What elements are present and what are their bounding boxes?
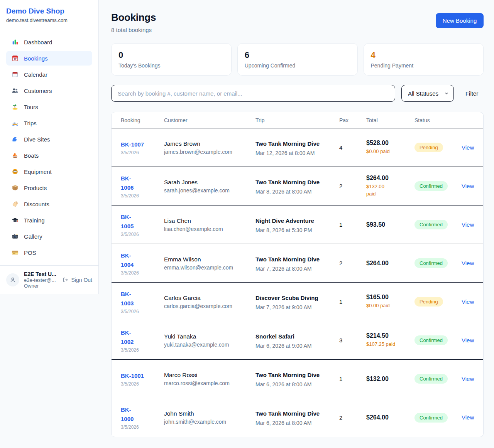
trip-name: Two Tank Morning Dive: [255, 139, 322, 148]
pax-count: 2: [339, 260, 366, 266]
pax-count: 1: [339, 376, 366, 382]
view-link[interactable]: View: [462, 221, 474, 228]
sidebar-item-label: Gallery: [24, 233, 42, 240]
sailboat-icon: [12, 152, 19, 159]
trip-datetime: Mar 12, 2026 at 8:00 AM: [255, 150, 339, 156]
customer-name: Marco Rossi: [164, 372, 255, 379]
trip-datetime: Mar 6, 2026 at 9:00 AM: [255, 343, 339, 349]
sidebar-item-label: Tours: [24, 104, 38, 110]
sidebar-item-equipment[interactable]: Equipment: [6, 164, 92, 179]
sidebar-item-label: Equipment: [24, 168, 52, 175]
dive-mask-icon: [12, 168, 19, 175]
search-input[interactable]: [111, 85, 395, 102]
status-badge: Pending: [414, 297, 443, 307]
booking-date: 3/5/2026: [121, 347, 164, 353]
customer-email: emma.wilson@example.com: [164, 264, 255, 271]
filter-button[interactable]: Filter: [460, 87, 484, 100]
column-header-booking: Booking: [121, 117, 164, 123]
sidebar-item-discounts[interactable]: Discounts: [6, 197, 92, 211]
booking-date: 3/5/2026: [121, 193, 164, 199]
calendar-pad-icon: [12, 71, 19, 78]
booking-id-link[interactable]: BK- 1005: [121, 214, 134, 229]
table-row: BK- 1003 3/5/2026 Carlos Garcia carlos.g…: [112, 283, 483, 321]
trip-name: Snorkel Safari: [255, 332, 322, 341]
table-row: BK- 1002 3/5/2026 Yuki Tanaka yuki.tanak…: [112, 321, 483, 360]
booking-id-link[interactable]: BK- 1004: [121, 252, 134, 268]
brand-name[interactable]: Demo Dive Shop: [6, 7, 92, 15]
stat-label: Upcoming Confirmed: [245, 62, 350, 69]
page-subtitle: 8 total bookings: [111, 27, 156, 33]
view-link[interactable]: View: [462, 414, 474, 421]
sidebar-item-label: Trips: [24, 120, 37, 126]
sidebar-item-dashboard[interactable]: Dashboard: [6, 35, 92, 49]
paid-amount: $0.00 paid: [366, 148, 414, 155]
view-link[interactable]: View: [462, 376, 474, 382]
view-link[interactable]: View: [462, 144, 474, 151]
total-amount: $528.00: [366, 140, 414, 147]
total-amount: $264.00: [366, 175, 414, 182]
table-row: BK- 1005 3/5/2026 Lisa Chen lisa.chen@ex…: [112, 205, 483, 244]
view-link[interactable]: View: [462, 183, 474, 189]
sidebar-item-label: POS: [24, 249, 36, 256]
person-icon: [9, 276, 16, 283]
booking-id-link[interactable]: BK- 1002: [121, 329, 134, 345]
paid-amount: $107.25 paid: [366, 341, 414, 348]
sidebar-item-tours[interactable]: Tours: [6, 99, 92, 114]
column-header-total: Total: [366, 117, 414, 123]
view-link[interactable]: View: [462, 298, 474, 305]
users-icon: [12, 87, 19, 94]
user-info: E2E Test U... e2e-tester@... Owner: [24, 271, 58, 289]
status-filter-select[interactable]: All Statuses: [401, 85, 454, 102]
customer-name: Emma Wilson: [164, 256, 255, 263]
column-header-pax: Pax: [339, 117, 366, 123]
tag-icon: [12, 200, 19, 207]
sidebar-item-dive-sites[interactable]: Dive Sites: [6, 132, 92, 147]
stat-value: 0: [118, 50, 224, 60]
stat-label: Pending Payment: [371, 62, 477, 69]
booking-id-link[interactable]: BK- 1000: [121, 406, 134, 422]
booking-id-link[interactable]: BK-1001: [121, 372, 144, 379]
paid-amount: $0.00 paid: [366, 302, 414, 310]
view-link[interactable]: View: [462, 337, 474, 344]
sidebar-item-customers[interactable]: Customers: [6, 83, 92, 98]
sidebar-user-section: E2E Test U... e2e-tester@... Owner Sign …: [0, 265, 98, 294]
credit-card-icon: [12, 249, 19, 256]
table-body: BK-1007 3/5/2026 James Brown james.brown…: [112, 128, 483, 437]
sidebar-item-calendar[interactable]: Calendar: [6, 67, 92, 82]
trip-datetime: Mar 6, 2026 at 8:00 AM: [255, 381, 339, 387]
table-row: BK- 1004 3/5/2026 Emma Wilson emma.wilso…: [112, 244, 483, 283]
column-header-status: Status: [414, 117, 462, 123]
sign-out-button[interactable]: Sign Out: [63, 277, 92, 283]
pax-count: 1: [339, 298, 366, 305]
sidebar-item-pos[interactable]: POS: [6, 245, 92, 260]
user-email: e2e-tester@...: [24, 277, 58, 283]
new-booking-button[interactable]: New Booking: [436, 13, 484, 28]
customer-email: james.brown@example.com: [164, 149, 255, 155]
sidebar-item-label: Dashboard: [24, 39, 52, 45]
sidebar-item-boats[interactable]: Boats: [6, 148, 92, 163]
trip-name: Two Tank Morning Dive: [255, 255, 322, 264]
customer-email: carlos.garcia@example.com: [164, 303, 255, 309]
status-badge: Confirmed: [414, 258, 448, 268]
booking-date: 3/5/2026: [121, 232, 164, 237]
sidebar-item-label: Products: [24, 185, 47, 191]
sidebar-item-products[interactable]: Products: [6, 180, 92, 195]
booking-id-link[interactable]: BK- 1006: [121, 175, 134, 191]
sidebar-item-bookings[interactable]: 17 Bookings: [6, 51, 92, 66]
sidebar-item-trips[interactable]: Trips: [6, 116, 92, 130]
view-link[interactable]: View: [462, 260, 474, 266]
sign-out-label: Sign Out: [71, 277, 92, 283]
avatar: [6, 273, 19, 286]
trip-datetime: Mar 7, 2026 at 9:00 AM: [255, 304, 339, 310]
total-amount: $165.00: [366, 294, 414, 301]
booking-id-link[interactable]: BK-1007: [121, 141, 144, 148]
sidebar-item-training[interactable]: Training: [6, 213, 92, 227]
trip-name: Night Dive Adventure: [255, 216, 322, 226]
sign-out-icon: [63, 277, 69, 283]
sidebar-item-gallery[interactable]: Gallery: [6, 229, 92, 244]
booking-id-link[interactable]: BK- 1003: [121, 291, 134, 307]
table-row: BK-1001 3/5/2026 Marco Rossi marco.rossi…: [112, 360, 483, 398]
customer-email: sarah.jones@example.com: [164, 187, 255, 194]
palm-island-icon: [12, 103, 19, 110]
page-title: Bookings: [111, 12, 156, 24]
